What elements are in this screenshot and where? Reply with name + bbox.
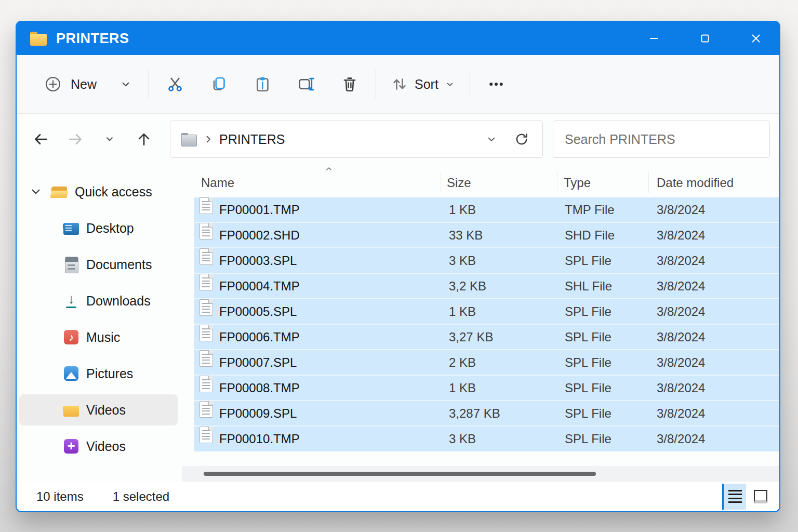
up-button[interactable] (132, 128, 155, 151)
rename-button[interactable] (287, 65, 325, 103)
paste-icon (253, 75, 272, 94)
file-date-modified: 3/8/2024 (657, 197, 705, 222)
file-type: TMP File (565, 197, 615, 222)
file-row[interactable]: FP00003.SPL 3 KB SPL File 3/8/2024 (194, 248, 779, 274)
file-icon (200, 401, 213, 418)
file-row[interactable]: FP00002.SHD 33 KB SHD File 3/8/2024 (194, 223, 779, 248)
sidebar-item[interactable]: Videos (19, 394, 178, 425)
file-date-modified: 3/8/2024 (657, 325, 705, 349)
file-size: 33 KB (449, 223, 483, 247)
maximize-icon (699, 32, 711, 45)
chevron-down-icon (118, 77, 133, 91)
horizontal-scrollbar[interactable] (182, 466, 779, 482)
file-type: SHL File (565, 274, 612, 298)
forward-button[interactable] (64, 128, 87, 151)
sort-button[interactable]: Sort (383, 65, 462, 103)
more-options-icon (487, 75, 506, 94)
back-arrow-icon (32, 130, 50, 148)
sidebar-item-label: Videos (86, 439, 126, 454)
large-icons-view-icon (754, 490, 767, 503)
toolbar-divider (376, 69, 376, 99)
chevron-down-icon[interactable] (28, 184, 44, 200)
column-divider[interactable] (441, 171, 441, 193)
file-icon (200, 350, 213, 367)
delete-button[interactable] (331, 65, 368, 103)
delete-icon (340, 75, 359, 94)
file-icon (200, 248, 213, 265)
file-row[interactable]: FP00010.TMP 3 KB SPL File 3/8/2024 (194, 427, 779, 452)
maximize-button[interactable] (692, 26, 718, 51)
sidebar-item[interactable]: Music (19, 322, 178, 353)
close-button[interactable] (743, 26, 769, 51)
file-row[interactable]: FP00004.TMP 3,2 KB SHL File 3/8/2024 (194, 274, 779, 299)
column-divider[interactable] (557, 171, 557, 193)
file-icon (200, 299, 213, 316)
column-header-date-modified[interactable]: Date modified (657, 165, 734, 197)
sidebar-item[interactable]: Desktop (19, 212, 178, 244)
sidebar-item[interactable]: Videos (19, 431, 178, 462)
file-date-modified: 3/8/2024 (657, 274, 705, 298)
file-row[interactable]: FP00005.SPL 1 KB SPL File 3/8/2024 (194, 299, 779, 325)
forward-arrow-icon (66, 130, 84, 148)
sidebar-item[interactable]: Quick access (19, 176, 178, 207)
column-divider[interactable] (648, 171, 649, 193)
more-options-button[interactable] (477, 65, 515, 103)
sidebar-item[interactable]: Documents (19, 249, 178, 280)
cut-button[interactable] (156, 65, 194, 103)
breadcrumb-item[interactable]: PRINTERS (219, 132, 285, 147)
sidebar-item-label: Quick access (75, 184, 152, 200)
file-row[interactable]: FP00001.TMP 1 KB TMP File 3/8/2024 (194, 197, 779, 223)
search-input[interactable] (553, 132, 769, 147)
back-button[interactable] (30, 128, 52, 151)
new-button[interactable]: New (35, 65, 141, 103)
sidebar-item-icon (62, 256, 80, 273)
refresh-button[interactable] (513, 131, 530, 148)
sidebar-item-icon (62, 219, 80, 237)
file-size: 1 KB (449, 197, 476, 222)
column-header-size[interactable]: Size (447, 165, 471, 197)
file-name: FP00008.TMP (219, 376, 300, 400)
chevron-down-icon (103, 132, 116, 146)
file-size: 1 KB (449, 299, 476, 324)
details-view-button[interactable] (722, 484, 746, 510)
close-icon (749, 32, 763, 45)
chevron-down-icon (444, 78, 456, 90)
status-bar: 10 items 1 selected (17, 482, 779, 511)
file-name: FP00002.SHD (219, 223, 300, 247)
sidebar-item-icon (62, 401, 80, 419)
sidebar-item[interactable]: Pictures (19, 358, 178, 389)
sidebar-item-icon (62, 365, 80, 382)
file-row[interactable]: FP00009.SPL 3,287 KB SPL File 3/8/2024 (194, 401, 779, 427)
file-date-modified: 3/8/2024 (657, 427, 705, 451)
paste-button[interactable] (244, 65, 281, 103)
file-row[interactable]: FP00006.TMP 3,27 KB SPL File 3/8/2024 (194, 325, 779, 350)
column-header-type[interactable]: Type (564, 165, 591, 197)
list-header: Name Size Type Date modified (182, 165, 779, 197)
sidebar-item-icon (62, 437, 80, 455)
recent-locations-button[interactable] (98, 128, 121, 151)
file-row[interactable]: FP00008.TMP 1 KB SPL File 3/8/2024 (194, 376, 779, 401)
copy-button[interactable] (200, 65, 237, 103)
file-icon (200, 427, 213, 443)
large-icons-view-button[interactable] (750, 484, 771, 510)
file-name: FP00004.TMP (219, 274, 300, 298)
column-header-name[interactable]: Name (201, 165, 234, 197)
sidebar-item[interactable]: Downloads (19, 285, 178, 316)
minimize-button[interactable] (641, 26, 667, 51)
address-dropdown-button[interactable] (484, 132, 499, 147)
plus-circle-icon (44, 75, 62, 94)
sidebar-item-label: Desktop (86, 221, 134, 236)
address-bar[interactable]: PRINTERS (170, 121, 543, 158)
titlebar[interactable]: PRINTERS (17, 22, 779, 55)
minimize-icon (648, 32, 660, 45)
horizontal-scrollbar-thumb[interactable] (204, 472, 596, 476)
chevron-down-icon (484, 132, 499, 147)
sidebar-item-icon (62, 292, 80, 310)
file-type: SPL File (565, 350, 611, 375)
window-controls (616, 26, 769, 51)
file-size: 3,287 KB (449, 401, 500, 425)
address-bar-actions (484, 131, 542, 148)
file-row[interactable]: FP00007.SPL 2 KB SPL File 3/8/2024 (194, 350, 779, 376)
file-list-pane: Name Size Type Date modified FP00001.TMP… (182, 165, 779, 452)
file-size: 3 KB (449, 248, 476, 273)
